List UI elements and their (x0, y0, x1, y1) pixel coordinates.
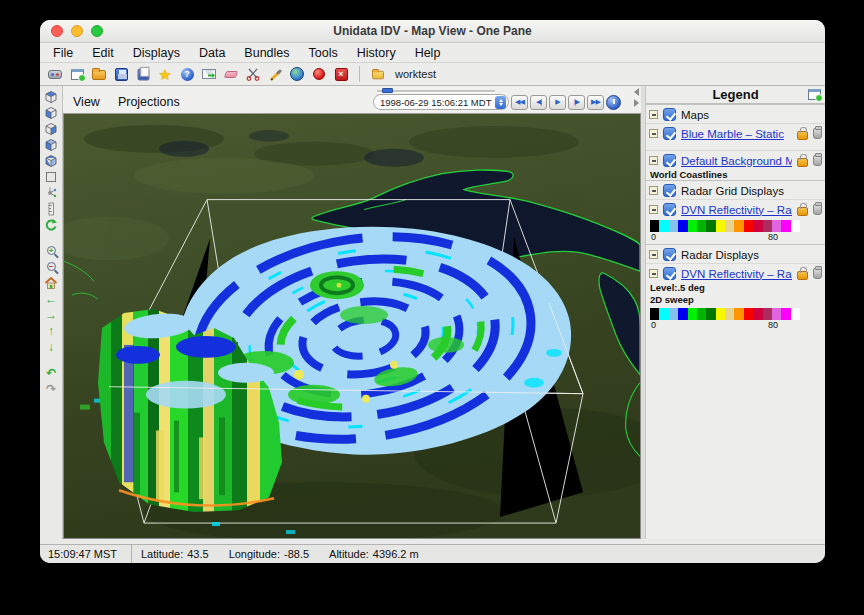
collapse-icon[interactable] (649, 250, 658, 259)
menu-bundles[interactable]: Bundles (244, 46, 289, 60)
open-file-icon[interactable] (90, 65, 108, 83)
pan-left-icon[interactable]: ← (43, 291, 60, 306)
zoom-out-icon[interactable]: − (43, 259, 60, 274)
map-pane: View Projections 1998-06-29 15:06:21 MDT… (63, 86, 641, 539)
time-slider-thumb[interactable] (382, 88, 393, 93)
record-image-icon[interactable] (310, 65, 328, 83)
cut-scissors-icon[interactable] (244, 65, 262, 83)
menu-data[interactable]: Data (199, 46, 225, 60)
time-animation-widget: 1998-06-29 15:06:21 MDT ◀◀ ◀| ▶ |▶ ▶▶ (373, 87, 621, 110)
close-button[interactable] (51, 25, 63, 37)
lock-icon[interactable] (797, 207, 808, 216)
display-link[interactable]: Blue Marble – Static (681, 128, 792, 140)
altitude-value: 4396.2 m (373, 548, 419, 560)
collapse-icon[interactable] (649, 186, 658, 195)
step-back-button[interactable]: ◀| (530, 95, 547, 110)
radar-grid-visibility-checkbox[interactable] (663, 184, 676, 197)
pan-down-icon[interactable]: ↓ (43, 339, 60, 354)
collapse-icon[interactable] (649, 205, 658, 214)
viewpoint-cube-west-icon[interactable] (43, 153, 60, 168)
undo-icon[interactable]: ↶ (43, 365, 60, 380)
go-to-start-button[interactable]: ◀◀ (511, 95, 528, 110)
step-forward-button[interactable]: |▶ (568, 95, 585, 110)
maps-visibility-checkbox[interactable] (663, 108, 676, 121)
visibility-checkbox[interactable] (663, 267, 676, 280)
home-icon[interactable] (43, 275, 60, 290)
pan-right-icon[interactable]: → (43, 307, 60, 322)
perspective-box-icon[interactable] (43, 169, 60, 184)
menu-history[interactable]: History (357, 46, 396, 60)
workspace-folder-icon[interactable] (369, 65, 387, 83)
redo-icon[interactable]: ↷ (43, 381, 60, 396)
lock-icon[interactable] (797, 131, 808, 140)
title-bar[interactable]: Unidata IDV - Map View - One Pane (40, 20, 825, 43)
remove-icon[interactable] (813, 204, 822, 215)
auto-rotate-icon[interactable] (43, 217, 60, 232)
zoom-button[interactable] (91, 25, 103, 37)
save-icon[interactable] (112, 65, 130, 83)
pan-up-icon[interactable]: ↑ (43, 323, 60, 338)
save-as-icon[interactable] (134, 65, 152, 83)
radar-visibility-checkbox[interactable] (663, 248, 676, 261)
overflow-right-icon[interactable] (634, 99, 639, 107)
favorites-star-icon[interactable]: ★ (156, 65, 174, 83)
time-properties-button[interactable] (606, 95, 621, 110)
viewpoint-cube-top-icon[interactable] (43, 89, 60, 104)
lock-icon[interactable] (797, 271, 808, 280)
publish-mail-icon[interactable] (200, 65, 218, 83)
latitude-value: 43.5 (187, 548, 208, 560)
edit-pencil-icon[interactable] (266, 65, 284, 83)
show-dashboard-icon[interactable] (46, 65, 64, 83)
idv-map-view-window: Unidata IDV - Map View - One Pane File E… (40, 20, 825, 563)
colorbar-scale: 0 80 (650, 320, 800, 332)
minimize-button[interactable] (71, 25, 83, 37)
help-icon[interactable]: ? (178, 65, 196, 83)
display-link[interactable]: Default Background Maps (681, 155, 792, 167)
go-to-end-button[interactable]: ▶▶ (587, 95, 604, 110)
vertical-scale-icon[interactable] (43, 201, 60, 216)
map-3d-display[interactable] (63, 114, 641, 539)
display-link[interactable]: DVN Reflectivity – Rada... (681, 268, 792, 280)
float-legend-icon[interactable] (808, 89, 821, 100)
rotate-axes-icon[interactable] (43, 185, 60, 200)
stop-close-icon[interactable]: × (332, 65, 350, 83)
visibility-checkbox[interactable] (663, 127, 676, 140)
overflow-left-icon[interactable] (634, 88, 639, 96)
menu-file[interactable]: File (53, 46, 73, 60)
globe-icon[interactable] (288, 65, 306, 83)
visibility-checkbox[interactable] (663, 203, 676, 216)
viewpoint-cube-south-icon[interactable] (43, 137, 60, 152)
view-toolbar: + − ← → ↑ ↓ ↶ ↷ (40, 86, 63, 539)
viewpoint-cube-north-icon[interactable] (43, 105, 60, 120)
lock-icon[interactable] (797, 158, 808, 167)
display-link[interactable]: DVN Reflectivity – Rada... (681, 204, 792, 216)
eraser-icon[interactable] (222, 65, 240, 83)
zoom-in-icon[interactable]: + (43, 243, 60, 258)
remove-icon[interactable] (813, 128, 822, 139)
collapse-icon[interactable] (649, 269, 658, 278)
menu-edit[interactable]: Edit (92, 46, 114, 60)
time-select[interactable]: 1998-06-29 15:06:21 MDT (373, 94, 509, 110)
legend-group-maps: Maps (646, 104, 825, 123)
visibility-checkbox[interactable] (663, 154, 676, 167)
reflectivity-colorbar[interactable] (650, 220, 800, 232)
menu-view[interactable]: View (73, 95, 100, 109)
longitude-value: -88.5 (284, 548, 309, 560)
time-slider[interactable] (377, 88, 495, 93)
time-stepper-icon[interactable] (495, 96, 506, 109)
new-window-icon[interactable] (68, 65, 86, 83)
collapse-icon[interactable] (649, 129, 658, 138)
remove-icon[interactable] (813, 268, 822, 279)
reflectivity-colorbar[interactable] (650, 308, 800, 320)
menu-displays[interactable]: Displays (133, 46, 180, 60)
toolbar-overflow-arrows[interactable] (634, 88, 639, 107)
viewpoint-cube-east-icon[interactable] (43, 121, 60, 136)
menu-tools[interactable]: Tools (309, 46, 338, 60)
menu-help[interactable]: Help (415, 46, 441, 60)
remove-icon[interactable] (813, 155, 822, 166)
collapse-icon[interactable] (649, 110, 658, 119)
play-button[interactable]: ▶ (549, 95, 566, 110)
menu-projections[interactable]: Projections (118, 95, 180, 109)
altitude-label: Altitude: (329, 548, 369, 560)
collapse-icon[interactable] (649, 156, 658, 165)
